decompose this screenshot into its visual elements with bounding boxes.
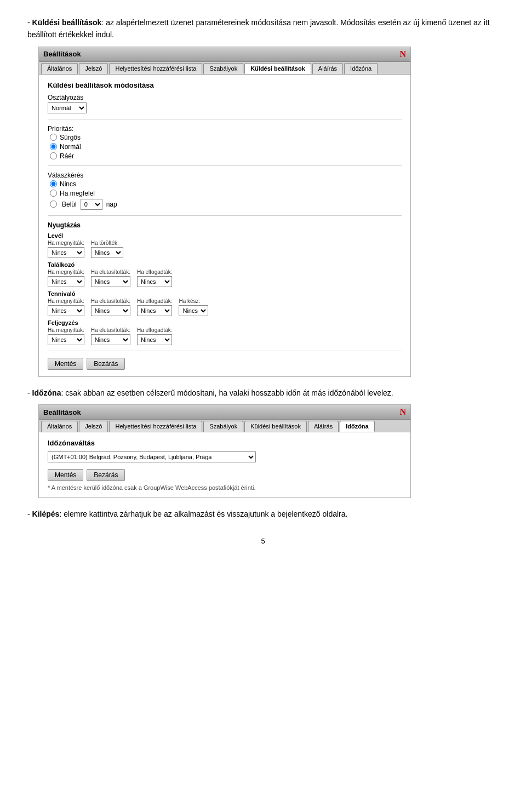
nyugtazas-row: Nyugtázás Levél Ha megnyitták: Nincs Min… <box>48 221 402 345</box>
intro-paragraph-1: - Küldési beállítások: az alapértelmezet… <box>27 16 499 41</box>
prioritas-normal-row: Normál <box>50 143 402 151</box>
timezone-select[interactable]: (GMT+01:00) Belgrád, Pozsony, Budapest, … <box>48 451 256 462</box>
ten-elutasitottak-select[interactable]: Nincs <box>91 305 130 316</box>
talalkozo-label: Találkozó <box>48 261 402 268</box>
prioritas-raer-row: Ráér <box>50 152 402 160</box>
btn-row-2: Mentés Bezárás <box>48 469 402 481</box>
ten-kesz-select[interactable]: Nincs <box>179 305 208 316</box>
close-button-1[interactable]: Bezárás <box>87 358 125 370</box>
ten-elutasitottak-label: Ha elutasították: <box>91 298 130 304</box>
tennivalo-label: Tennivaló <box>48 290 402 297</box>
prioritas-normal-label: Normál <box>60 143 81 151</box>
tab-alairasok[interactable]: Aláírás <box>312 63 343 74</box>
prioritas-raer-radio[interactable] <box>50 152 57 159</box>
tal-elutasitottak-label: Ha elutasították: <box>91 269 130 275</box>
tab-helyettesitesi[interactable]: Helyettesítési hozzáférési lista <box>109 63 202 74</box>
talalkozo-selects: Ha megnyitták: Nincs Ha elutasították: N… <box>48 269 402 287</box>
valaszkeres-label: Válaszkérés <box>48 171 402 179</box>
settings-panel-1: Beállítások N Általános Jelszó Helyettes… <box>38 47 411 377</box>
panel-title-2: Beállítások <box>43 408 81 416</box>
tab-kuldesi[interactable]: Küldési beállítások <box>244 63 311 74</box>
fel-elutasitottak-col: Ha elutasították: Nincs <box>91 327 130 345</box>
tal-elutasitottak-select[interactable]: Nincs <box>91 276 130 287</box>
panel-tabs-1: Általános Jelszó Helyettesítési hozzáfér… <box>39 62 410 75</box>
tab2-altalanos[interactable]: Általános <box>41 421 78 432</box>
intro-bold-3: Kilépés <box>32 510 60 518</box>
belul-select[interactable]: 0 1 2 <box>81 199 102 210</box>
n-logo-2: N <box>399 407 406 417</box>
tab2-kuldesi[interactable]: Küldési beállítások <box>244 421 307 432</box>
panel-tabs-2: Általános Jelszó Helyettesítési hozzáfér… <box>39 420 410 432</box>
valaszkeres-hamegfelel-radio[interactable] <box>50 190 57 197</box>
tab-altalanos[interactable]: Általános <box>41 63 78 74</box>
panel-body-1: Küldési beállítások módosítása Osztályoz… <box>39 75 410 376</box>
close-button-2[interactable]: Bezárás <box>87 469 125 481</box>
tab2-idozona[interactable]: Időzóna <box>340 421 375 432</box>
divider-3 <box>48 215 402 216</box>
fel-elfogadtak-col: Ha elfogadták: Nincs <box>137 327 173 345</box>
prioritas-surgos-radio[interactable] <box>50 134 57 141</box>
panel-header-1: Beállítások N <box>39 47 410 62</box>
fel-elutasitottak-label: Ha elutasították: <box>91 327 130 333</box>
intro-bullet-1: - <box>27 18 32 27</box>
feljegyzes-label: Feljegyzés <box>48 319 402 326</box>
tab2-szabalyok[interactable]: Szabályok <box>203 421 243 432</box>
tab2-helyettesitesi[interactable]: Helyettesítési hozzáférési lista <box>109 421 202 432</box>
intro-paragraph-2: - Időzóna: csak abban az esetben célszer… <box>27 387 499 399</box>
tal-megnyitottak-select[interactable]: Nincs <box>48 276 84 287</box>
ten-megnyitottak-label: Ha megnyitták: <box>48 298 84 304</box>
fel-megnyitottak-select[interactable]: Nincs <box>48 334 84 345</box>
section-title-2: Időzónaváltás <box>48 439 402 447</box>
level-megnyitottak-select[interactable]: Nincs Mindig <box>48 247 84 258</box>
belul-nap-label: nap <box>106 201 117 208</box>
prioritas-normal-radio[interactable] <box>50 143 57 150</box>
valaszkeres-radio-group: Nincs Ha megfelel Belül 0 1 2 <box>50 180 402 210</box>
level-toroltek-select[interactable]: Nincs Mindig <box>91 247 123 258</box>
save-button-2[interactable]: Mentés <box>48 469 83 481</box>
valaszkeres-row: Válaszkérés Nincs Ha megfelel Belül <box>48 171 402 210</box>
tab2-jelszo[interactable]: Jelszó <box>79 421 108 432</box>
tal-elfogadtak-col: Ha elfogadták: Nincs <box>137 269 173 287</box>
osztalyozas-label: Osztályozás <box>48 94 402 101</box>
ten-elfogadtak-col: Ha elfogadták: Nincs <box>137 298 173 316</box>
level-toroltek-label: Ha törölték: <box>91 240 123 246</box>
level-label: Levél <box>48 232 402 239</box>
valaszkeres-hamegfelel-row: Ha megfelel <box>50 190 402 197</box>
ten-elfogadtak-select[interactable]: Nincs <box>137 305 173 316</box>
save-button-1[interactable]: Mentés <box>48 358 83 370</box>
valaszkeres-nincs-radio[interactable] <box>50 180 57 187</box>
level-toroltek-col: Ha törölték: Nincs Mindig <box>91 240 123 258</box>
divider-1 <box>48 119 402 119</box>
tab-szabalyok[interactable]: Szabályok <box>203 63 243 74</box>
valaszkeres-belul-radio[interactable] <box>50 201 57 208</box>
level-megnyitottak-col: Ha megnyitták: Nincs Mindig <box>48 240 84 258</box>
btn-row-1: Mentés Bezárás <box>48 358 402 370</box>
tal-elfogadtak-select[interactable]: Nincs <box>137 276 173 287</box>
level-selects: Ha megnyitták: Nincs Mindig Ha törölték:… <box>48 240 402 258</box>
fel-elutasitottak-select[interactable]: Nincs <box>91 334 130 345</box>
fel-megnyitottak-col: Ha megnyitták: Nincs <box>48 327 84 345</box>
level-megnyitottak-label: Ha megnyitták: <box>48 240 84 246</box>
timezone-note: * A mentésre kerülő időzóna csak a Group… <box>48 484 402 491</box>
n-logo-1: N <box>399 49 406 59</box>
panel-title-1: Beállítások <box>43 50 81 58</box>
ten-megnyitottak-select[interactable]: Nincs <box>48 305 84 316</box>
prioritas-surgos-label: Sürgős <box>60 134 81 141</box>
fel-elfogadtak-select[interactable]: Nincs <box>137 334 173 345</box>
settings-panel-2: Beállítások N Általános Jelszó Helyettes… <box>38 404 411 498</box>
divider-2 <box>48 165 402 166</box>
nyugtazas-label: Nyugtázás <box>48 221 402 229</box>
panel-header-2: Beállítások N <box>39 405 410 420</box>
intro-text-3: : elemre kattintva zárhatjuk be az alkal… <box>59 510 347 518</box>
ten-kesz-col: Ha kész: Nincs <box>179 298 208 316</box>
intro-paragraph-3: - Kilépés: elemre kattintva zárhatjuk be… <box>27 508 499 520</box>
osztalyozas-row: Osztályozás Normál Bizalmas Titkos <box>48 94 402 113</box>
panel-body-2: Időzónaváltás (GMT+01:00) Belgrád, Pozso… <box>39 432 410 498</box>
osztalyozas-select[interactable]: Normál Bizalmas Titkos <box>48 102 87 113</box>
tab-idozona-1[interactable]: Időzóna <box>344 63 378 74</box>
tab2-alairasok[interactable]: Aláírás <box>308 421 339 432</box>
prioritas-radio-group: Sürgős Normál Ráér <box>50 134 402 160</box>
tal-megnyitottak-col: Ha megnyitták: Nincs <box>48 269 84 287</box>
tab-jelszo[interactable]: Jelszó <box>79 63 108 74</box>
intro-bold-2: Időzóna <box>32 388 61 397</box>
